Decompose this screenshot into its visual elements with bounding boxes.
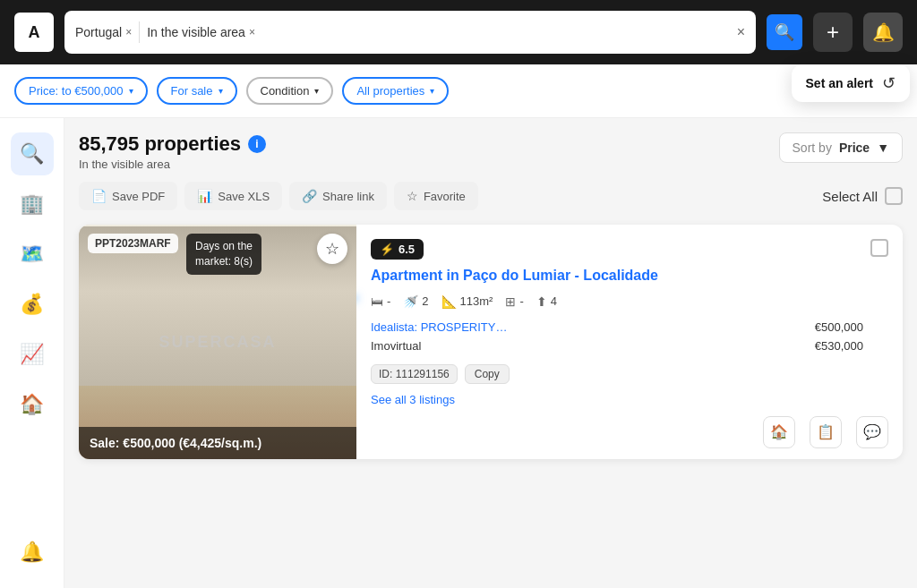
bell-icon: 🔔: [872, 21, 895, 43]
copy-id-button[interactable]: Copy: [465, 364, 510, 384]
see-listings-link[interactable]: See all 3 listings: [371, 393, 455, 406]
map-icon: 🗺️: [20, 243, 44, 266]
all-properties-filter[interactable]: All properties ▾: [342, 77, 449, 105]
xls-icon: 📊: [197, 189, 212, 203]
bell-button[interactable]: 🔔: [863, 13, 903, 52]
buildings-icon: 🏢: [20, 192, 44, 216]
area-icon: 📐: [441, 294, 457, 309]
main-layout: 🔍 🏢 🗺️ 💰 📈 🏠 🔔 85,795 properties: [0, 118, 917, 588]
sale-filter-chevron: ▾: [219, 86, 223, 96]
share-link-button[interactable]: 🔗 Share link: [289, 182, 387, 210]
alert-tooltip: Set an alert ↺: [792, 64, 910, 102]
search-sidebar-icon: 🔍: [20, 142, 44, 166]
area-spec: 📐 113m²: [441, 294, 493, 309]
select-all-area: Select All: [822, 187, 903, 205]
sort-button[interactable]: Sort by Price ▼: [779, 132, 903, 163]
filter-bar: Price: to €500,000 ▾ For sale ▾ Conditio…: [0, 64, 917, 118]
favorite-button[interactable]: ☆ Favorite: [394, 182, 478, 210]
property-title[interactable]: Apartment in Paço do Lumiar - Localidade: [371, 267, 863, 285]
parking-spec: ⊞ -: [505, 294, 523, 309]
share-icon: 🔗: [302, 189, 317, 203]
sale-filter[interactable]: For sale ▾: [157, 77, 237, 105]
sidebar-item-bell[interactable]: 🔔: [11, 531, 54, 574]
save-xls-button[interactable]: 📊 Save XLS: [184, 182, 282, 210]
add-button[interactable]: +: [813, 13, 853, 52]
search-tag-portugal[interactable]: Portugal ×: [75, 25, 132, 39]
floors-icon: ⬆: [536, 294, 547, 309]
condition-filter[interactable]: Condition ▾: [246, 77, 334, 105]
card-details-inner: ⚡ 6.5 Apartment in Paço do Lumiar - Loca…: [371, 239, 863, 407]
sidebar-item-chart[interactable]: 📈: [11, 333, 54, 376]
parking-icon: ⊞: [505, 294, 516, 309]
remove-visible-area-tag[interactable]: ×: [249, 26, 255, 38]
score-value: 6.5: [399, 243, 415, 256]
watermark: SUPERCASA: [159, 332, 276, 351]
card-action-icons: 🏠 📋 💬: [371, 416, 888, 448]
search-bar: Portugal × In the visible area × ×: [64, 11, 756, 54]
property-id-badge: PPT2023MARF: [88, 234, 178, 253]
listing-row-0: Idealista: PROSPERITY… €500,000: [371, 318, 863, 337]
chart-icon: 📈: [20, 343, 44, 366]
sort-chevron: ▼: [877, 141, 889, 155]
price-filter[interactable]: Price: to €500,000 ▾: [14, 77, 148, 105]
card-image-area: SUPERCASA PPT2023MARF Days on the market…: [79, 225, 356, 459]
select-all-checkbox[interactable]: [885, 187, 903, 205]
alert-refresh-icon[interactable]: ↺: [882, 73, 896, 93]
listing-price-1: €530,000: [815, 339, 863, 353]
search-divider: [139, 21, 140, 43]
sidebar-item-map[interactable]: 🗺️: [11, 233, 54, 276]
floors-spec: ⬆ 4: [536, 294, 557, 309]
home-action-glyph: 🏠: [770, 423, 788, 440]
copy-action-glyph: 📋: [817, 423, 835, 440]
results-count: 85,795 properties i: [79, 132, 266, 156]
remove-portugal-tag[interactable]: ×: [125, 26, 132, 38]
copy-action-icon[interactable]: 📋: [810, 416, 842, 448]
bath-icon: 🚿: [403, 294, 418, 309]
home-sidebar-icon: 🏠: [20, 393, 44, 416]
bell-sidebar-icon: 🔔: [20, 541, 44, 564]
beds-spec: 🛏 -: [371, 294, 390, 309]
chat-action-icon[interactable]: 💬: [856, 416, 888, 448]
favorite-star-button[interactable]: ☆: [317, 234, 347, 264]
condition-filter-chevron: ▾: [314, 86, 319, 96]
sort-label: Sort by: [793, 141, 832, 155]
price-filter-chevron: ▾: [129, 86, 133, 96]
home-action-icon[interactable]: 🏠: [763, 416, 795, 448]
all-properties-chevron: ▾: [430, 86, 434, 96]
results-subtitle: In the visible area: [79, 158, 266, 171]
search-button[interactable]: 🔍: [767, 14, 802, 50]
days-on-market-badge: Days on the market: 8(s): [186, 234, 261, 275]
search-tag-visible-area[interactable]: In the visible area ×: [147, 25, 255, 39]
content-area: 85,795 properties i In the visible area …: [64, 118, 917, 588]
sidebar-item-home[interactable]: 🏠: [11, 383, 54, 426]
sidebar: 🔍 🏢 🗺️ 💰 📈 🏠 🔔: [0, 118, 64, 588]
price-icon: 💰: [20, 293, 44, 316]
card-details: ⚡ 6.5 Apartment in Paço do Lumiar - Loca…: [356, 225, 903, 459]
info-icon[interactable]: i: [248, 135, 266, 153]
select-all-label: Select All: [822, 189, 878, 204]
lightning-icon: ⚡: [380, 243, 394, 256]
sidebar-item-price[interactable]: 💰: [11, 283, 54, 326]
sidebar-item-buildings[interactable]: 🏢: [11, 183, 54, 226]
save-pdf-button[interactable]: 📄 Save PDF: [79, 182, 177, 210]
score-badge: ⚡ 6.5: [371, 239, 424, 260]
card-sale-price: Sale: €500,000 (€4,425/sq.m.): [79, 427, 356, 459]
app-logo[interactable]: A: [14, 13, 54, 52]
listing-row-1: Imovirtual €530,000: [371, 337, 863, 355]
property-card: SUPERCASA PPT2023MARF Days on the market…: [79, 225, 903, 459]
property-id-label: ID: 111291156: [371, 364, 458, 384]
baths-spec: 🚿 2: [403, 294, 428, 309]
property-checkbox[interactable]: [870, 239, 888, 257]
search-clear-button[interactable]: ×: [737, 24, 745, 40]
add-icon: +: [827, 20, 839, 45]
sort-value: Price: [839, 141, 870, 155]
chat-action-glyph: 💬: [863, 423, 881, 440]
listing-source-1: Imovirtual: [371, 339, 421, 353]
listing-source-0[interactable]: Idealista: PROSPERITY…: [371, 320, 507, 334]
sidebar-item-search[interactable]: 🔍: [11, 132, 54, 175]
bed-icon: 🛏: [371, 294, 383, 309]
navbar: A Portugal × In the visible area × × 🔍 +…: [0, 0, 917, 64]
alert-tooltip-text: Set an alert: [806, 76, 873, 90]
search-icon: 🔍: [775, 22, 794, 42]
card-details-wrapper: ⚡ 6.5 Apartment in Paço do Lumiar - Loca…: [371, 239, 888, 407]
